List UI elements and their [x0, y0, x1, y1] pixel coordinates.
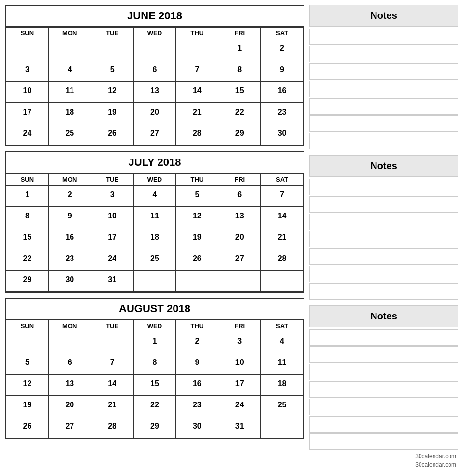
calendar-day: 30: [48, 271, 91, 292]
notes-line[interactable]: [309, 214, 458, 230]
calendar-day: 31: [91, 271, 133, 292]
calendar-day: [6, 332, 49, 353]
calendar-day: 10: [6, 82, 49, 103]
calendar-day: 12: [176, 207, 218, 228]
calendar-day: 20: [218, 228, 261, 249]
calendar-day: 8: [218, 60, 261, 82]
day-header: THU: [176, 174, 218, 186]
calendar-day: [133, 39, 176, 60]
calendar-day: 5: [91, 60, 133, 82]
notes-line[interactable]: [309, 29, 458, 45]
calendar-day: 3: [91, 186, 133, 207]
calendar-day: 28: [261, 249, 304, 271]
notes-line[interactable]: [309, 46, 458, 62]
notes-line[interactable]: [309, 329, 458, 346]
notes-lines-2: [309, 329, 458, 451]
calendar-0: JUNE 2018SUNMONTUEWEDTHUFRISAT1234567891…: [5, 5, 304, 146]
notes-line[interactable]: [309, 399, 458, 415]
calendar-day: 14: [261, 207, 304, 228]
notes-line[interactable]: [309, 98, 458, 115]
calendar-day: 31: [218, 417, 261, 438]
calendar-day: 1: [218, 39, 261, 60]
notes-line[interactable]: [309, 283, 458, 300]
calendar-1: JULY 2018SUNMONTUEWEDTHUFRISAT1234567891…: [5, 151, 304, 293]
notes-line[interactable]: [309, 81, 458, 97]
footer: 30calendar.com: [5, 453, 458, 460]
calendars-column: JUNE 2018SUNMONTUEWEDTHUFRISAT1234567891…: [5, 5, 304, 451]
calendar-day: 20: [48, 396, 91, 417]
day-header: MON: [48, 174, 91, 186]
day-header: WED: [133, 28, 176, 39]
notes-line[interactable]: [309, 346, 458, 363]
notes-line[interactable]: [309, 266, 458, 282]
notes-line[interactable]: [309, 231, 458, 247]
calendar-day: 19: [6, 396, 49, 417]
notes-line[interactable]: [309, 196, 458, 213]
footer-text: 30calendar.com: [5, 462, 458, 468]
day-header: WED: [133, 174, 176, 186]
calendar-day: 24: [6, 124, 49, 145]
calendar-title-1: JULY 2018: [6, 152, 304, 173]
calendar-day: 24: [91, 249, 133, 271]
day-header: THU: [176, 320, 218, 332]
calendar-day: 28: [91, 417, 133, 438]
calendar-day: 14: [91, 375, 133, 396]
notes-line[interactable]: [309, 433, 458, 450]
calendar-day: 26: [6, 417, 49, 438]
calendar-day: 29: [6, 271, 49, 292]
day-header: THU: [176, 28, 218, 39]
notes-line[interactable]: [309, 133, 458, 149]
day-header: TUE: [91, 320, 133, 332]
notes-header-2: Notes: [309, 305, 458, 327]
calendar-day: 5: [176, 186, 218, 207]
notes-line[interactable]: [309, 115, 458, 132]
notes-lines-0: [309, 29, 458, 150]
notes-line[interactable]: [309, 63, 458, 80]
calendar-day: 6: [218, 186, 261, 207]
calendar-day: 22: [133, 396, 176, 417]
calendar-title-2: AUGUST 2018: [6, 299, 304, 320]
calendar-day: 6: [48, 353, 91, 375]
day-header: WED: [133, 320, 176, 332]
day-header: SUN: [6, 320, 49, 332]
notes-line[interactable]: [309, 381, 458, 398]
calendar-day: 9: [261, 60, 304, 82]
calendar-day: 3: [218, 332, 261, 353]
calendar-2: AUGUST 2018SUNMONTUEWEDTHUFRISAT12345678…: [5, 298, 304, 439]
notes-header-1: Notes: [309, 155, 458, 177]
notes-line[interactable]: [309, 179, 458, 195]
notes-section-1: Notes: [309, 155, 458, 301]
calendar-day: 7: [261, 186, 304, 207]
notes-line[interactable]: [309, 416, 458, 433]
notes-column: NotesNotesNotes: [309, 5, 458, 451]
calendar-day: 8: [133, 353, 176, 375]
calendar-day: 30: [261, 124, 304, 145]
calendar-day: 17: [91, 228, 133, 249]
calendar-day: 11: [261, 353, 304, 375]
calendar-day: 13: [48, 375, 91, 396]
calendar-day: 27: [48, 417, 91, 438]
calendar-day: 27: [218, 249, 261, 271]
calendar-day: 15: [6, 228, 49, 249]
calendar-day: [261, 417, 304, 438]
calendar-day: 12: [6, 375, 49, 396]
calendar-day: 2: [48, 186, 91, 207]
calendar-day: [91, 39, 133, 60]
day-header: MON: [48, 320, 91, 332]
calendar-day: [133, 271, 176, 292]
calendar-day: 3: [6, 60, 49, 82]
notes-line[interactable]: [309, 364, 458, 380]
calendar-day: 10: [91, 207, 133, 228]
calendar-day: 7: [176, 60, 218, 82]
calendar-day: 27: [133, 124, 176, 145]
calendar-day: 6: [133, 60, 176, 82]
calendar-day: 15: [133, 375, 176, 396]
calendar-day: [218, 271, 261, 292]
day-header: TUE: [91, 174, 133, 186]
calendar-day: [261, 271, 304, 292]
day-header: SUN: [6, 28, 49, 39]
notes-line[interactable]: [309, 248, 458, 265]
calendar-day: 16: [176, 375, 218, 396]
calendar-title-0: JUNE 2018: [6, 6, 304, 27]
calendar-day: 17: [6, 103, 49, 124]
